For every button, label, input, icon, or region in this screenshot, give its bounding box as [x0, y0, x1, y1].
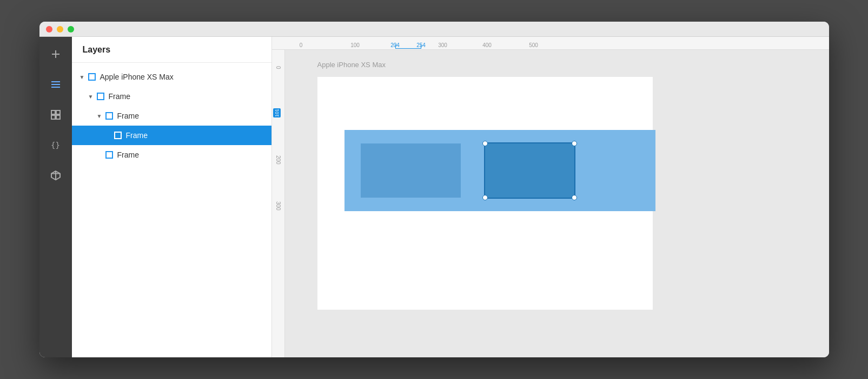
chevron-down-icon: ▼ — [78, 73, 86, 81]
layers-header: Layers — [72, 37, 271, 63]
maximize-button[interactable] — [68, 26, 74, 32]
frame-icon — [105, 112, 113, 120]
selected-frame[interactable] — [485, 143, 574, 198]
chevron-down-icon: ▼ — [87, 93, 95, 100]
ruler-marks: 0 100 204 254 300 400 500 — [272, 37, 829, 48]
ruler-label-500: 500 — [529, 42, 538, 48]
icon-sidebar: {} — [39, 37, 72, 357]
canvas-content: 0 101 200 300 Apple iPhone XS Max — [272, 50, 829, 357]
layer-item-iphone[interactable]: ▼ Apple iPhone XS Max — [72, 67, 271, 87]
layer-name: Apple iPhone XS Max — [100, 73, 265, 81]
layer-item-frame-4[interactable]: Frame — [72, 145, 271, 165]
svg-rect-6 — [56, 110, 60, 114]
canvas-main[interactable]: Apple iPhone XS Max — [285, 50, 829, 357]
artboard — [317, 77, 653, 310]
svg-text:{}: {} — [51, 141, 60, 149]
blue-box-left[interactable] — [361, 143, 461, 198]
ruler-indicator-101: 101 — [273, 108, 281, 117]
close-button[interactable] — [46, 26, 52, 32]
ruler-left-label-200: 200 — [275, 155, 281, 165]
blue-container-frame[interactable] — [344, 130, 655, 211]
layer-item-frame-1[interactable]: ▼ Frame — [72, 87, 271, 106]
title-bar — [39, 22, 829, 37]
layer-name: Frame — [109, 92, 265, 101]
frame-icon — [105, 151, 113, 159]
ruler-label-100: 100 — [350, 42, 360, 48]
chevron-icon — [104, 132, 112, 139]
layers-panel: Layers ▼ Apple iPhone XS Max ▼ Frame ▼ — [72, 37, 272, 357]
add-tool-button[interactable] — [47, 45, 64, 63]
menu-tool-button[interactable] — [47, 76, 64, 93]
canvas-area: 0 100 204 254 300 400 500 0 101 200 — [272, 37, 829, 357]
svg-rect-5 — [51, 110, 55, 114]
ruler-label-400: 400 — [482, 42, 492, 48]
handle-top-right[interactable] — [572, 141, 577, 146]
layer-item-frame-2[interactable]: ▼ Frame — [72, 106, 271, 126]
ruler-top: 0 100 204 254 300 400 500 — [272, 37, 829, 50]
minimize-button[interactable] — [57, 26, 63, 32]
main-window: {} Layers ▼ Apple iPhone — [39, 22, 829, 357]
cube-tool-button[interactable] — [47, 167, 64, 184]
ruler-left: 0 101 200 300 — [272, 50, 285, 357]
ruler-label-300: 300 — [438, 42, 447, 48]
grid-tool-button[interactable] — [47, 106, 64, 123]
layer-name: Frame — [126, 131, 265, 140]
layer-item-frame-3-selected[interactable]: Frame — [72, 126, 271, 145]
layer-name: Frame — [117, 151, 265, 159]
frame-icon — [97, 93, 104, 100]
app-body: {} Layers ▼ Apple iPhone — [39, 37, 829, 357]
code-tool-button[interactable]: {} — [47, 136, 64, 154]
layer-name: Frame — [117, 112, 265, 120]
handle-top-left[interactable] — [482, 141, 488, 146]
ruler-highlight — [395, 44, 421, 49]
handle-bottom-right[interactable] — [572, 195, 577, 200]
chevron-down-icon: ▼ — [96, 112, 103, 120]
frame-icon — [114, 132, 122, 139]
frame-icon — [88, 73, 96, 81]
svg-rect-7 — [51, 115, 55, 119]
ruler-label-0: 0 — [300, 42, 303, 48]
ruler-left-label-300: 300 — [275, 201, 281, 211]
ruler-left-label-0: 0 — [275, 66, 281, 69]
svg-rect-8 — [56, 115, 60, 119]
layers-list: ▼ Apple iPhone XS Max ▼ Frame ▼ Frame — [72, 63, 271, 357]
handle-bottom-left[interactable] — [482, 195, 488, 200]
artboard-label: Apple iPhone XS Max — [317, 61, 386, 69]
layers-title: Layers — [83, 45, 111, 55]
chevron-icon — [96, 151, 103, 159]
